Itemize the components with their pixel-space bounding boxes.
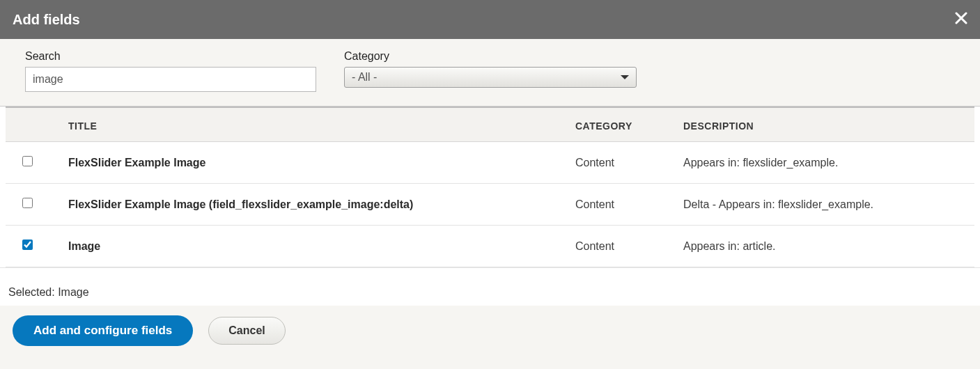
column-title: TITLE (68, 107, 570, 142)
add-and-configure-button[interactable]: Add and configure fields (13, 315, 193, 346)
row-checkbox[interactable] (22, 198, 33, 208)
row-checkbox[interactable] (22, 156, 33, 166)
cancel-button[interactable]: Cancel (208, 317, 285, 345)
table-row: FlexSlider Example Image Content Appears… (6, 142, 974, 184)
row-category: Content (570, 142, 678, 184)
dialog-footer: Add and configure fields Cancel (0, 306, 980, 359)
chevron-down-icon (621, 75, 629, 79)
table-row: Image Content Appears in: article. (6, 226, 974, 267)
column-category: CATEGORY (570, 107, 678, 142)
filter-bar: Search Category - All - (0, 39, 980, 107)
column-description: DESCRIPTION (678, 107, 974, 142)
row-category: Content (570, 184, 678, 226)
add-fields-dialog: Add fields Search Category - All - TITLE… (0, 0, 980, 369)
row-description: Appears in: article. (678, 226, 974, 267)
row-title: Image (68, 226, 570, 267)
dialog-title: Add fields (13, 12, 80, 28)
search-group: Search (25, 50, 316, 92)
fields-table: TITLE CATEGORY DESCRIPTION FlexSlider Ex… (6, 107, 974, 267)
row-description: Appears in: flexslider_example. (678, 142, 974, 184)
row-checkbox[interactable] (22, 240, 33, 250)
table-row: FlexSlider Example Image (field_flexslid… (6, 184, 974, 226)
close-icon[interactable] (955, 10, 967, 29)
row-category: Content (570, 226, 678, 267)
selected-summary: Selected: Image (0, 267, 980, 306)
category-label: Category (344, 50, 637, 63)
row-title: FlexSlider Example Image (field_flexslid… (68, 184, 570, 226)
category-selected-value: - All - (352, 71, 377, 84)
row-title: FlexSlider Example Image (68, 142, 570, 184)
search-input[interactable] (25, 67, 316, 92)
search-label: Search (25, 50, 316, 63)
fields-table-wrap: TITLE CATEGORY DESCRIPTION FlexSlider Ex… (0, 107, 980, 267)
category-group: Category - All - (344, 50, 637, 92)
row-description: Delta - Appears in: flexslider_example. (678, 184, 974, 226)
dialog-header: Add fields (0, 0, 980, 39)
column-checkbox (6, 107, 68, 142)
category-select[interactable]: - All - (344, 67, 637, 88)
